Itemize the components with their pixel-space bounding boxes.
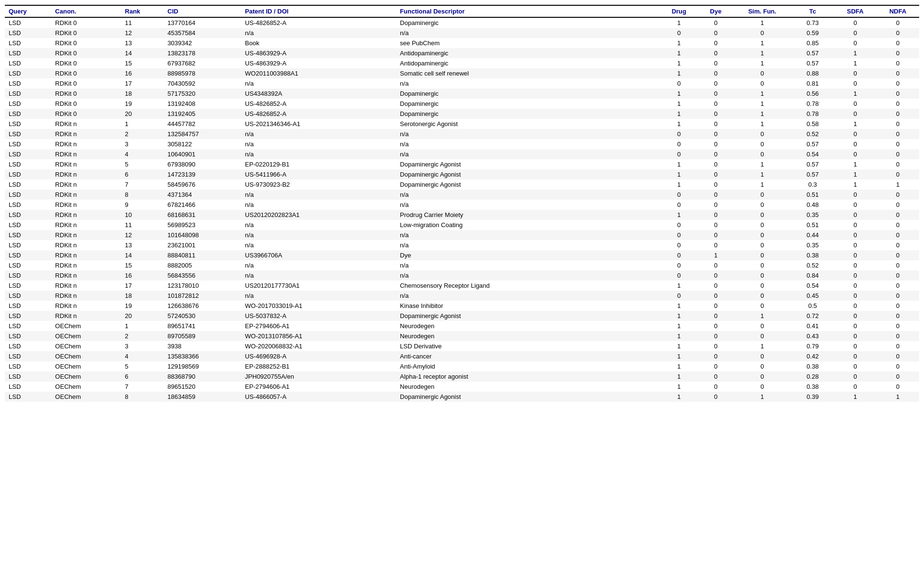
cell-cid: 135838366 — [164, 351, 241, 361]
cell-sim: 0 — [733, 361, 792, 371]
cell-dye: 0 — [698, 139, 733, 149]
cell-cid: 44457782 — [164, 119, 241, 129]
cell-ndfa: 0 — [876, 129, 919, 139]
cell-sdfa: 0 — [834, 220, 877, 230]
cell-tc: 0.54 — [791, 281, 834, 291]
cell-sdfa: 0 — [834, 361, 877, 371]
cell-cid: 88985978 — [164, 68, 241, 78]
cell-sim: 1 — [733, 159, 792, 169]
cell-sdfa: 0 — [834, 230, 877, 240]
table-row: LSDRDKit n12101648098n/an/a0000.4400 — [5, 230, 919, 240]
cell-rank: 3 — [121, 341, 164, 351]
cell-sim: 1 — [733, 169, 792, 179]
cell-cid: 13770164 — [164, 17, 241, 28]
cell-drug: 1 — [660, 109, 699, 119]
cell-rank: 16 — [121, 68, 164, 78]
cell-patent: US-4826852-A — [241, 99, 396, 109]
cell-drug: 0 — [660, 230, 699, 240]
cell-patent: n/a — [241, 28, 396, 38]
cell-ndfa: 0 — [876, 139, 919, 149]
table-row: LSDRDKit n967821466n/an/a0000.4800 — [5, 200, 919, 210]
cell-cid: 67937682 — [164, 58, 241, 68]
cell-sim: 0 — [733, 331, 792, 341]
header-sdfa: SDFA — [834, 5, 877, 17]
cell-query: LSD — [5, 89, 51, 99]
cell-ndfa: 0 — [876, 58, 919, 68]
cell-sdfa: 0 — [834, 301, 877, 311]
cell-drug: 0 — [660, 200, 699, 210]
cell-sim: 0 — [733, 281, 792, 291]
cell-rank: 5 — [121, 361, 164, 371]
cell-sdfa: 0 — [834, 331, 877, 341]
cell-dye: 0 — [698, 321, 733, 331]
cell-cid: 18634859 — [164, 392, 241, 402]
cell-ndfa: 0 — [876, 89, 919, 99]
cell-func: Anti-Amyloid — [396, 361, 659, 371]
cell-tc: 0.52 — [791, 260, 834, 270]
cell-drug: 1 — [660, 392, 699, 402]
cell-drug: 0 — [660, 129, 699, 139]
cell-canon: RDKit 0 — [51, 99, 121, 109]
header-cid: CID — [164, 5, 241, 17]
cell-cid: 89651520 — [164, 382, 241, 392]
table-row: LSDRDKit 0133039342Booksee PubChem1010.8… — [5, 38, 919, 48]
cell-tc: 0.57 — [791, 58, 834, 68]
cell-ndfa: 0 — [876, 240, 919, 250]
cell-drug: 1 — [660, 119, 699, 129]
cell-tc: 0.51 — [791, 190, 834, 200]
cell-query: LSD — [5, 260, 51, 270]
cell-dye: 0 — [698, 38, 733, 48]
cell-dye: 0 — [698, 270, 733, 281]
cell-drug: 1 — [660, 351, 699, 361]
cell-tc: 0.85 — [791, 38, 834, 48]
cell-tc: 0.28 — [791, 371, 834, 382]
cell-sim: 1 — [733, 17, 792, 28]
cell-drug: 1 — [660, 58, 699, 68]
cell-ndfa: 0 — [876, 169, 919, 179]
cell-sdfa: 0 — [834, 210, 877, 220]
cell-tc: 0.57 — [791, 139, 834, 149]
cell-func: n/a — [396, 149, 659, 159]
table-row: LSDRDKit n1068168631US20120202823A1Prodr… — [5, 210, 919, 220]
cell-func: Dopaminergic — [396, 109, 659, 119]
table-row: LSDRDKit n1656843556n/an/a0000.8400 — [5, 270, 919, 281]
cell-query: LSD — [5, 361, 51, 371]
cell-sim: 1 — [733, 119, 792, 129]
cell-cid: 14723139 — [164, 169, 241, 179]
cell-sdfa: 1 — [834, 89, 877, 99]
cell-rank: 5 — [121, 159, 164, 169]
cell-drug: 0 — [660, 291, 699, 301]
table-row: LSDRDKit n567938090EP-0220129-B1Dopamine… — [5, 159, 919, 169]
cell-dye: 0 — [698, 361, 733, 371]
cell-rank: 3 — [121, 139, 164, 149]
cell-sim: 1 — [733, 89, 792, 99]
cell-rank: 9 — [121, 200, 164, 210]
table-row: LSDRDKit n19126638676WO-2017033019-A1Kin… — [5, 301, 919, 311]
cell-patent: EP-2888252-B1 — [241, 361, 396, 371]
cell-drug: 0 — [660, 250, 699, 260]
cell-sim: 0 — [733, 382, 792, 392]
cell-tc: 0.42 — [791, 351, 834, 361]
cell-patent: n/a — [241, 190, 396, 200]
cell-ndfa: 0 — [876, 28, 919, 38]
cell-dye: 0 — [698, 17, 733, 28]
table-row: LSDRDKit n17123178010US20120177730A1Chem… — [5, 281, 919, 291]
cell-dye: 0 — [698, 78, 733, 89]
cell-cid: 13192405 — [164, 109, 241, 119]
cell-func: n/a — [396, 28, 659, 38]
cell-patent: n/a — [241, 149, 396, 159]
cell-patent: WO2011003988A1 — [241, 68, 396, 78]
cell-patent: US-2021346346-A1 — [241, 119, 396, 129]
cell-drug: 1 — [660, 210, 699, 220]
table-row: LSDRDKit n1323621001n/an/a0000.3500 — [5, 240, 919, 250]
cell-patent: EP-2794606-A1 — [241, 321, 396, 331]
cell-canon: RDKit 0 — [51, 58, 121, 68]
cell-ndfa: 0 — [876, 301, 919, 311]
cell-ndfa: 0 — [876, 250, 919, 260]
cell-query: LSD — [5, 68, 51, 78]
cell-func: Dopaminergic Agonist — [396, 311, 659, 321]
cell-sdfa: 0 — [834, 190, 877, 200]
cell-dye: 0 — [698, 129, 733, 139]
cell-rank: 13 — [121, 240, 164, 250]
cell-rank: 11 — [121, 17, 164, 28]
